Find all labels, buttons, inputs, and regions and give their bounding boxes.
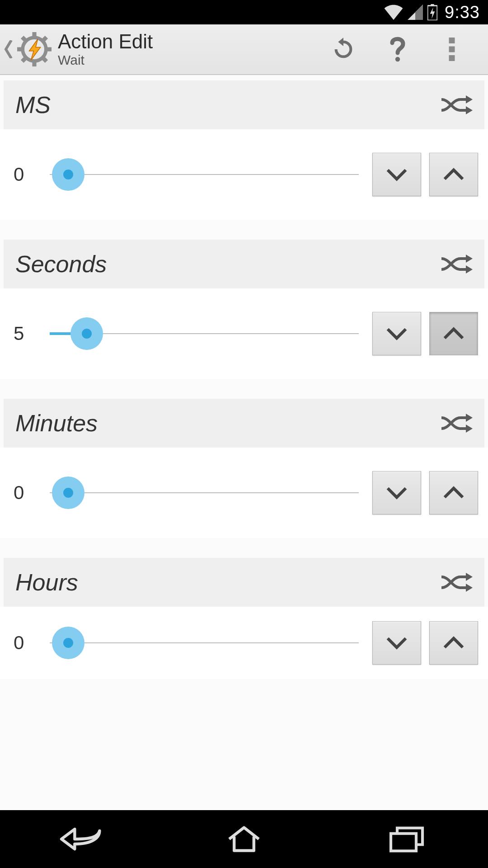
slider-hours[interactable] xyxy=(50,625,359,661)
signal-icon xyxy=(408,5,423,20)
increment-button[interactable] xyxy=(429,312,478,355)
app-gear-lightning-icon[interactable] xyxy=(16,31,52,67)
field-label: MS xyxy=(15,91,51,118)
svg-rect-14 xyxy=(449,55,455,61)
shuffle-icon[interactable] xyxy=(438,91,474,118)
page-subtitle: Wait xyxy=(58,53,316,67)
field-label: Hours xyxy=(15,569,78,596)
field-row-minutes: 0 xyxy=(0,448,488,538)
status-bar: 9:33 xyxy=(0,0,488,24)
svg-rect-15 xyxy=(391,834,416,851)
svg-rect-9 xyxy=(17,47,23,51)
nav-recents-button[interactable] xyxy=(366,819,447,859)
shuffle-icon[interactable] xyxy=(438,250,474,278)
field-row-ms: 0 xyxy=(0,129,488,220)
field-row-seconds: 5 xyxy=(0,288,488,379)
slider-minutes[interactable] xyxy=(50,475,359,511)
nav-home-button[interactable] xyxy=(203,819,285,859)
svg-rect-1 xyxy=(431,4,434,6)
field-row-hours: 0 xyxy=(0,607,488,679)
action-bar: Action Edit Wait xyxy=(0,24,488,75)
field-header-ms: MS xyxy=(4,80,484,129)
svg-rect-13 xyxy=(449,47,455,52)
field-header-seconds: Seconds xyxy=(4,240,484,288)
decrement-button[interactable] xyxy=(372,153,421,196)
overflow-menu-button[interactable] xyxy=(425,24,479,74)
undo-button[interactable] xyxy=(316,24,371,74)
svg-rect-3 xyxy=(32,32,36,38)
field-header-minutes: Minutes xyxy=(4,399,484,448)
svg-rect-5 xyxy=(46,47,52,51)
shuffle-icon[interactable] xyxy=(438,410,474,437)
navigation-bar xyxy=(0,810,488,868)
svg-point-11 xyxy=(395,57,400,61)
field-value: 0 xyxy=(14,482,45,504)
increment-button[interactable] xyxy=(429,621,478,665)
back-chevron-icon[interactable] xyxy=(3,40,14,58)
help-button[interactable] xyxy=(371,24,425,74)
decrement-button[interactable] xyxy=(372,312,421,355)
decrement-button[interactable] xyxy=(372,471,421,514)
field-label: Seconds xyxy=(15,250,107,278)
field-header-hours: Hours xyxy=(4,558,484,607)
wifi-icon xyxy=(384,5,403,20)
field-label: Minutes xyxy=(15,410,98,437)
field-value: 5 xyxy=(14,323,45,344)
increment-button[interactable] xyxy=(429,471,478,514)
page-title: Action Edit xyxy=(58,32,316,52)
content-scroll[interactable]: MS 0 xyxy=(0,75,488,810)
decrement-button[interactable] xyxy=(372,621,421,665)
slider-ms[interactable] xyxy=(50,156,359,193)
increment-button[interactable] xyxy=(429,153,478,196)
nav-back-button[interactable] xyxy=(41,819,122,859)
field-value: 0 xyxy=(14,632,45,654)
shuffle-icon[interactable] xyxy=(438,569,474,596)
battery-charging-icon xyxy=(427,4,437,20)
slider-seconds[interactable] xyxy=(50,316,359,352)
svg-rect-7 xyxy=(32,61,36,66)
field-value: 0 xyxy=(14,164,45,185)
svg-rect-12 xyxy=(449,38,455,43)
status-time: 9:33 xyxy=(445,3,480,22)
